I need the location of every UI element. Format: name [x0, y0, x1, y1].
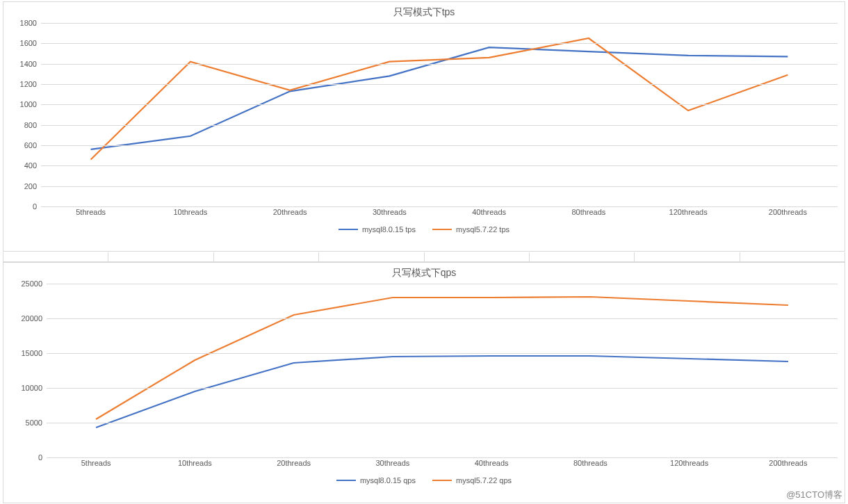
y-tick-label: 1200 [20, 80, 41, 88]
legend-swatch [336, 480, 356, 481]
chart-tps: 只写模式下tps 0200400600800100012001400160018… [3, 1, 845, 252]
chart-qps: 只写模式下qps 0500010000150002000025000 5thre… [3, 262, 845, 503]
x-tick-label: 40threads [472, 208, 506, 216]
spreadsheet-grid-strip [3, 252, 845, 262]
x-tick-label: 10threads [178, 459, 212, 467]
x-tick-label: 120threads [670, 459, 708, 467]
plot: 020040060080010001200140016001800 [41, 23, 838, 206]
y-tick-label: 15000 [21, 349, 47, 357]
gridline [47, 353, 838, 354]
plot: 0500010000150002000025000 [47, 284, 838, 457]
y-tick-label: 600 [24, 141, 41, 149]
legend-swatch [432, 229, 452, 230]
y-tick-label: 1600 [20, 39, 41, 47]
series-line [91, 38, 788, 160]
y-tick-label: 25000 [21, 279, 47, 288]
gridline [47, 318, 838, 319]
legend-item: mysql5.7.22 tps [432, 225, 509, 234]
legend: mysql8.0.15 tpsmysql5.7.22 tps [3, 223, 845, 234]
y-tick-label: 400 [24, 161, 41, 170]
chart-title: 只写模式下tps [3, 2, 845, 19]
gridline [41, 165, 838, 166]
y-tick-label: 20000 [21, 314, 47, 323]
sheet: 只写模式下tps 0200400600800100012001400160018… [0, 0, 848, 504]
x-tick-label: 40threads [475, 459, 509, 467]
y-tick-label: 800 [24, 121, 41, 129]
y-tick-label: 0 [33, 202, 41, 211]
x-tick-label: 80threads [573, 459, 608, 467]
x-tick-label: 120threads [669, 208, 708, 216]
watermark: @51CTO博客 [786, 489, 842, 501]
x-tick-label: 80threads [571, 208, 605, 216]
plot-area: 0500010000150002000025000 5threads10thre… [10, 284, 838, 470]
x-axis-labels: 5threads10threads20threads30threads40thr… [41, 206, 838, 219]
y-tick-label: 200 [24, 182, 41, 190]
legend-swatch [432, 480, 452, 481]
x-axis-labels: 5threads10threads20threads30threads40thr… [47, 457, 838, 470]
legend-item: mysql8.0.15 qps [336, 476, 416, 485]
y-tick-label: 1400 [20, 60, 41, 68]
gridline [41, 125, 838, 126]
x-tick-label: 5threads [76, 208, 106, 216]
gridline [47, 423, 838, 423]
gridline [41, 23, 838, 24]
x-tick-label: 200threads [769, 208, 807, 216]
x-tick-label: 30threads [373, 208, 407, 216]
gridline [41, 43, 838, 44]
gridline [41, 104, 838, 105]
legend-swatch [339, 229, 358, 230]
gridline [47, 284, 838, 284]
y-tick-label: 1800 [20, 19, 41, 27]
gridline [41, 145, 838, 146]
x-tick-label: 200threads [769, 459, 807, 467]
series-line [96, 356, 788, 428]
x-tick-label: 10threads [173, 208, 207, 216]
y-tick-label: 5000 [26, 418, 47, 427]
legend-label: mysql8.0.15 tps [362, 225, 416, 234]
x-tick-label: 20threads [277, 459, 311, 467]
legend: mysql8.0.15 qpsmysql5.7.22 qps [3, 474, 845, 485]
y-tick-label: 10000 [21, 384, 47, 392]
chart-title: 只写模式下qps [3, 263, 845, 279]
legend-item: mysql5.7.22 qps [432, 476, 512, 485]
gridline [47, 388, 838, 389]
gridline [41, 64, 838, 65]
plot-area: 020040060080010001200140016001800 5threa… [10, 23, 838, 219]
gridline [41, 186, 838, 187]
x-tick-label: 30threads [375, 459, 409, 467]
y-tick-label: 0 [38, 453, 47, 462]
x-tick-label: 5threads [81, 459, 111, 467]
legend-label: mysql5.7.22 qps [456, 476, 512, 485]
legend-label: mysql5.7.22 tps [456, 225, 509, 234]
y-tick-label: 1000 [20, 100, 41, 108]
x-tick-label: 20threads [273, 208, 307, 216]
gridline [41, 84, 838, 85]
legend-label: mysql8.0.15 qps [360, 476, 416, 485]
legend-item: mysql8.0.15 tps [339, 225, 416, 234]
